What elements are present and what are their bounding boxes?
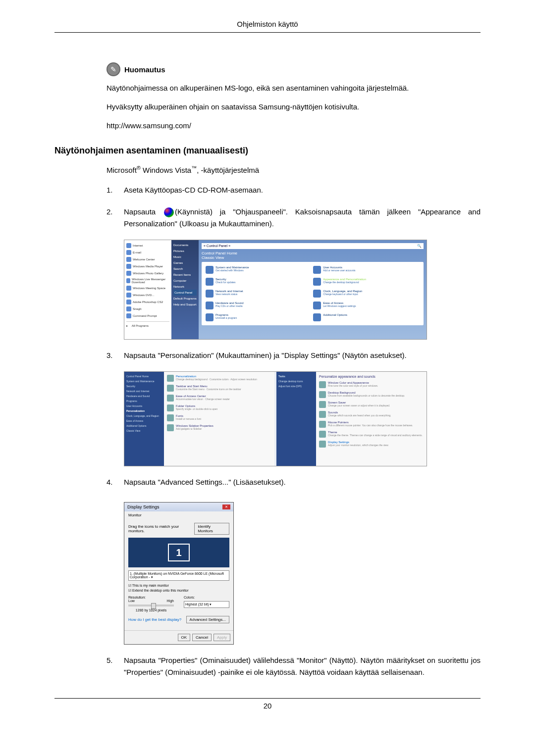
control-panel-window: « Control Panel »🔍 Control Panel HomeCla…	[199, 240, 427, 339]
cancel-button[interactable]: Cancel	[192, 634, 212, 641]
monitor-preview[interactable]: 1	[128, 538, 229, 567]
resolution-value: 1280 by 1024 pixels	[128, 608, 174, 612]
note-block: Huomautus Näytönohjaimessa on alkuperäin…	[107, 62, 481, 132]
best-display-link[interactable]: How do I get the best display?	[128, 617, 181, 622]
monitor-1-icon[interactable]: 1	[168, 544, 190, 561]
dialog-title: Display Settings	[127, 504, 160, 509]
extend-desktop-checkbox[interactable]: ☑ Extend the desktop onto this monitor	[128, 589, 229, 593]
step-3: 3. Napsauta "Personalization" (Mukauttam…	[107, 350, 481, 361]
step-5: 5. Napsauta "Properties" (Ominaisuudet) …	[107, 655, 481, 678]
section-heading: Näytönohjaimen asentaminen (manuaalisest…	[54, 146, 481, 156]
page-header: Ohjelmiston käyttö	[54, 20, 481, 33]
screenshot-display-settings: Display Settings ✕ Monitor Drag the icon…	[124, 502, 234, 645]
ok-button[interactable]: OK	[178, 634, 191, 641]
start-button-icon	[164, 207, 174, 217]
note-paragraph-1: Näytönohjaimessa on alkuperäinen MS-logo…	[107, 82, 481, 94]
advanced-settings-button[interactable]: Advanced Settings...	[186, 616, 229, 623]
apply-button: Apply	[214, 634, 230, 641]
step-2: 2. Napsauta (Käynnistä) ja "Ohjauspaneel…	[107, 206, 481, 230]
page-number: 20	[54, 698, 481, 710]
drag-instruction: Drag the icons to match your monitors.	[128, 524, 194, 533]
monitor-tab[interactable]: Monitor	[124, 511, 233, 519]
step-1: 1. Aseta Käyttöopas-CD CD-ROM-asemaan.	[107, 184, 481, 196]
identify-monitors-button[interactable]: Identify Monitors	[194, 523, 229, 535]
resolution-label: Resolution:	[128, 596, 174, 599]
step-4: 4. Napsauta "Advanced Settings..." (Lisä…	[107, 476, 481, 488]
monitor-select[interactable]: 1. (Multiple Monitors) on NVIDIA GeForce…	[128, 570, 229, 581]
close-icon[interactable]: ✕	[222, 504, 230, 509]
colors-select[interactable]: Highest (32 bit) ▾	[184, 601, 229, 608]
main-monitor-checkbox[interactable]: ☑ This is my main monitor	[128, 584, 229, 588]
start-menu: Internet E-mail Welcome Center Windows M…	[124, 240, 199, 339]
note-icon	[107, 62, 120, 76]
resolution-slider[interactable]	[128, 605, 174, 606]
step-list: 1. Aseta Käyttöopas-CD CD-ROM-asemaan. 2…	[107, 184, 481, 230]
note-url: http://www.samsung.com/	[107, 120, 481, 132]
screenshot-control-panel: Internet E-mail Welcome Center Windows M…	[124, 240, 427, 340]
note-paragraph-2: Hyväksytty alkuperäinen ohjain on saatav…	[107, 101, 481, 113]
screenshot-personalization: Control Panel Home System and Maintenanc…	[124, 371, 427, 466]
colors-label: Colors:	[184, 596, 229, 599]
os-intro: Microsoft® Windows Vista™, -käyttöjärjes…	[107, 165, 481, 174]
note-heading: Huomautus	[124, 65, 165, 74]
